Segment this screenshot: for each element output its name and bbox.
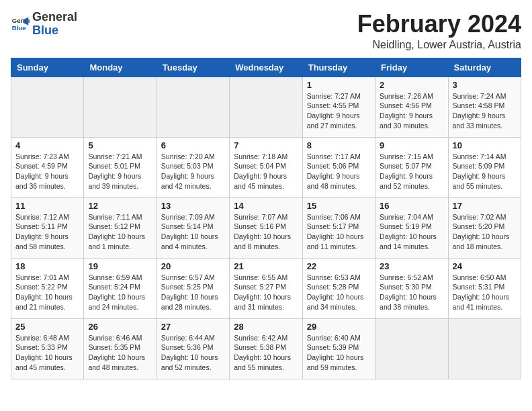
weekday-header-thursday: Thursday [302, 58, 375, 77]
calendar-cell [157, 77, 229, 137]
day-info: Sunrise: 7:14 AMSunset: 5:09 PMDaylight:… [453, 152, 517, 191]
week-row-5: 25Sunrise: 6:48 AMSunset: 5:33 PMDayligh… [11, 318, 521, 379]
day-number: 23 [380, 261, 443, 271]
calendar-cell: 2Sunrise: 7:26 AMSunset: 4:56 PMDaylight… [375, 77, 448, 137]
day-number: 13 [161, 201, 225, 211]
day-number: 16 [380, 201, 443, 211]
day-info: Sunrise: 7:04 AMSunset: 5:19 PMDaylight:… [380, 212, 443, 252]
calendar-cell: 20Sunrise: 6:57 AMSunset: 5:25 PMDayligh… [157, 258, 229, 318]
day-number: 19 [88, 261, 152, 271]
day-info: Sunrise: 6:48 AMSunset: 5:33 PMDaylight:… [15, 333, 79, 373]
calendar-cell: 29Sunrise: 6:40 AMSunset: 5:39 PMDayligh… [302, 318, 375, 379]
calendar-cell: 10Sunrise: 7:14 AMSunset: 5:09 PMDayligh… [448, 137, 521, 197]
day-info: Sunrise: 7:06 AMSunset: 5:17 PMDaylight:… [307, 212, 371, 252]
header: General Blue General Blue February 2024 … [11, 11, 521, 51]
day-info: Sunrise: 6:57 AMSunset: 5:25 PMDaylight:… [161, 273, 225, 312]
calendar-cell: 7Sunrise: 7:18 AMSunset: 5:04 PMDaylight… [230, 137, 302, 197]
calendar-cell: 8Sunrise: 7:17 AMSunset: 5:06 PMDaylight… [302, 137, 375, 197]
svg-text:Blue: Blue [12, 24, 26, 32]
title-area: February 2024 Neidling, Lower Austria, A… [357, 11, 521, 51]
weekday-header-friday: Friday [375, 58, 448, 77]
calendar-cell: 27Sunrise: 6:44 AMSunset: 5:36 PMDayligh… [157, 318, 229, 379]
day-info: Sunrise: 6:59 AMSunset: 5:24 PMDaylight:… [88, 273, 152, 312]
day-info: Sunrise: 7:27 AMSunset: 4:55 PMDaylight:… [307, 91, 371, 131]
logo-blue-text: Blue [32, 24, 58, 37]
calendar-cell: 17Sunrise: 7:02 AMSunset: 5:20 PMDayligh… [448, 197, 521, 258]
day-info: Sunrise: 6:40 AMSunset: 5:39 PMDaylight:… [307, 333, 371, 373]
calendar-cell: 22Sunrise: 6:53 AMSunset: 5:28 PMDayligh… [302, 258, 375, 318]
day-info: Sunrise: 7:21 AMSunset: 5:01 PMDaylight:… [88, 152, 152, 191]
calendar-cell: 26Sunrise: 6:46 AMSunset: 5:35 PMDayligh… [84, 318, 157, 379]
week-row-4: 18Sunrise: 7:01 AMSunset: 5:22 PMDayligh… [11, 258, 521, 318]
logo-general-text: General [32, 10, 77, 24]
day-number: 29 [307, 322, 371, 332]
day-info: Sunrise: 7:20 AMSunset: 5:03 PMDaylight:… [161, 152, 225, 191]
calendar-cell: 1Sunrise: 7:27 AMSunset: 4:55 PMDaylight… [302, 77, 375, 137]
calendar-table: SundayMondayTuesdayWednesdayThursdayFrid… [11, 58, 521, 379]
calendar-cell: 11Sunrise: 7:12 AMSunset: 5:11 PMDayligh… [11, 197, 84, 258]
week-row-1: 1Sunrise: 7:27 AMSunset: 4:55 PMDaylight… [11, 77, 521, 137]
day-number: 14 [234, 201, 298, 211]
day-info: Sunrise: 7:09 AMSunset: 5:14 PMDaylight:… [161, 212, 225, 252]
day-number: 2 [380, 80, 443, 90]
day-number: 1 [307, 80, 371, 90]
calendar-cell [11, 77, 84, 137]
calendar-cell: 9Sunrise: 7:15 AMSunset: 5:07 PMDaylight… [375, 137, 448, 197]
day-info: Sunrise: 7:15 AMSunset: 5:07 PMDaylight:… [380, 152, 443, 191]
day-info: Sunrise: 6:44 AMSunset: 5:36 PMDaylight:… [161, 333, 225, 373]
weekday-header-row: SundayMondayTuesdayWednesdayThursdayFrid… [11, 58, 521, 77]
day-number: 12 [88, 201, 152, 211]
day-info: Sunrise: 6:46 AMSunset: 5:35 PMDaylight:… [88, 333, 152, 373]
day-info: Sunrise: 7:12 AMSunset: 5:11 PMDaylight:… [15, 212, 79, 252]
week-row-2: 4Sunrise: 7:23 AMSunset: 4:59 PMDaylight… [11, 137, 521, 197]
day-number: 4 [15, 140, 79, 150]
day-info: Sunrise: 7:11 AMSunset: 5:12 PMDaylight:… [88, 212, 152, 252]
logo-icon: General Blue [11, 15, 30, 34]
day-info: Sunrise: 6:42 AMSunset: 5:38 PMDaylight:… [234, 333, 298, 373]
calendar-cell: 24Sunrise: 6:50 AMSunset: 5:31 PMDayligh… [448, 258, 521, 318]
calendar-cell: 6Sunrise: 7:20 AMSunset: 5:03 PMDaylight… [157, 137, 229, 197]
location-subtitle: Neidling, Lower Austria, Austria [357, 39, 521, 51]
week-row-3: 11Sunrise: 7:12 AMSunset: 5:11 PMDayligh… [11, 197, 521, 258]
weekday-header-monday: Monday [84, 58, 157, 77]
day-number: 8 [307, 140, 371, 150]
day-number: 20 [161, 261, 225, 271]
calendar-cell: 28Sunrise: 6:42 AMSunset: 5:38 PMDayligh… [230, 318, 302, 379]
day-info: Sunrise: 6:53 AMSunset: 5:28 PMDaylight:… [307, 273, 371, 312]
calendar-cell: 5Sunrise: 7:21 AMSunset: 5:01 PMDaylight… [84, 137, 157, 197]
calendar-cell: 3Sunrise: 7:24 AMSunset: 4:58 PMDaylight… [448, 77, 521, 137]
day-number: 10 [453, 140, 517, 150]
calendar-cell: 13Sunrise: 7:09 AMSunset: 5:14 PMDayligh… [157, 197, 229, 258]
day-number: 15 [307, 201, 371, 211]
day-info: Sunrise: 7:24 AMSunset: 4:58 PMDaylight:… [453, 91, 517, 131]
calendar-cell [375, 318, 448, 379]
day-info: Sunrise: 7:23 AMSunset: 4:59 PMDaylight:… [15, 152, 79, 191]
day-info: Sunrise: 7:07 AMSunset: 5:16 PMDaylight:… [234, 212, 298, 252]
day-number: 7 [234, 140, 298, 150]
day-number: 25 [15, 322, 79, 332]
day-info: Sunrise: 7:17 AMSunset: 5:06 PMDaylight:… [307, 152, 371, 191]
day-info: Sunrise: 7:26 AMSunset: 4:56 PMDaylight:… [380, 91, 443, 131]
calendar-cell [230, 77, 302, 137]
day-number: 26 [88, 322, 152, 332]
day-number: 9 [380, 140, 443, 150]
calendar-cell: 21Sunrise: 6:55 AMSunset: 5:27 PMDayligh… [230, 258, 302, 318]
calendar-cell: 4Sunrise: 7:23 AMSunset: 4:59 PMDaylight… [11, 137, 84, 197]
calendar-cell: 25Sunrise: 6:48 AMSunset: 5:33 PMDayligh… [11, 318, 84, 379]
day-number: 11 [15, 201, 79, 211]
calendar-cell [448, 318, 521, 379]
day-number: 17 [453, 201, 517, 211]
calendar-cell: 19Sunrise: 6:59 AMSunset: 5:24 PMDayligh… [84, 258, 157, 318]
day-info: Sunrise: 7:01 AMSunset: 5:22 PMDaylight:… [15, 273, 79, 312]
day-number: 6 [161, 140, 225, 150]
day-number: 27 [161, 322, 225, 332]
day-number: 18 [15, 261, 79, 271]
day-info: Sunrise: 6:52 AMSunset: 5:30 PMDaylight:… [380, 273, 443, 312]
calendar-cell: 16Sunrise: 7:04 AMSunset: 5:19 PMDayligh… [375, 197, 448, 258]
day-info: Sunrise: 6:55 AMSunset: 5:27 PMDaylight:… [234, 273, 298, 312]
month-title: February 2024 [357, 11, 521, 38]
day-number: 28 [234, 322, 298, 332]
weekday-header-tuesday: Tuesday [157, 58, 229, 77]
day-number: 22 [307, 261, 371, 271]
day-info: Sunrise: 7:18 AMSunset: 5:04 PMDaylight:… [234, 152, 298, 191]
